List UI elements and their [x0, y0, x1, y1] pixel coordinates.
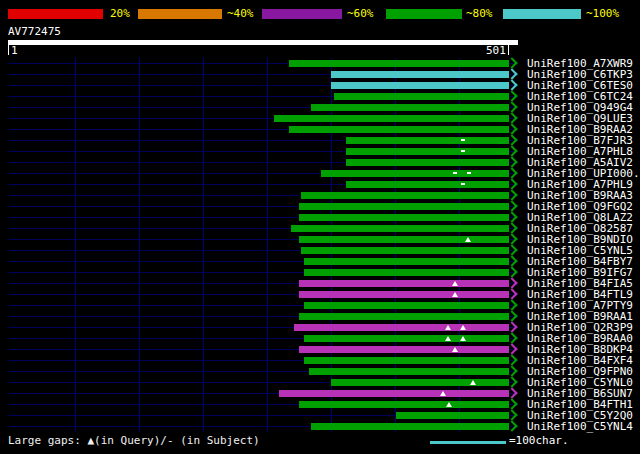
- hit-bar[interactable]: [304, 269, 509, 276]
- scale-segment-purple: [262, 9, 342, 19]
- query-gap-marker: [445, 325, 451, 330]
- tick-mark: [508, 45, 509, 55]
- query-gap-marker: [440, 391, 446, 396]
- hit-label[interactable]: UniRef100_C5YNL4: [527, 421, 633, 432]
- query-end-label: 501: [486, 45, 509, 57]
- query-gap-marker: [452, 292, 458, 297]
- query-gap-marker: [446, 402, 452, 407]
- hit-bar[interactable]: [301, 247, 509, 254]
- hit-bar[interactable]: [274, 115, 509, 122]
- hit-bar[interactable]: [304, 335, 509, 342]
- scale-segment-label: 20%: [110, 8, 130, 20]
- hit-bar[interactable]: [299, 346, 509, 353]
- query-gap-marker: [465, 237, 471, 242]
- alignment-row: UniRef100_C5YNL4: [0, 421, 640, 432]
- hit-bar[interactable]: [299, 401, 509, 408]
- hit-bar[interactable]: [289, 60, 509, 67]
- hit-bar[interactable]: [299, 203, 509, 210]
- identity-color-scale: 20%~40%~60%~80%~100%: [0, 6, 640, 23]
- query-gap-marker: [460, 336, 466, 341]
- scale-segment-label: ~80%: [466, 8, 493, 20]
- query-gap-marker: [470, 380, 476, 385]
- hit-bar[interactable]: [299, 313, 509, 320]
- hit-bar[interactable]: [294, 324, 509, 331]
- scale-length-line: [430, 441, 506, 444]
- hit-bar[interactable]: [396, 412, 509, 419]
- hit-bar[interactable]: [346, 137, 509, 144]
- hit-bar[interactable]: [291, 225, 509, 232]
- hit-bar[interactable]: [299, 291, 509, 298]
- scale-segment-green: [386, 9, 462, 19]
- subject-gap-marker: [461, 183, 465, 185]
- hit-bar[interactable]: [304, 258, 509, 265]
- alignment-plot: UniRef100_A7XWR9UniRef100_C6TKP3UniRef10…: [0, 58, 640, 432]
- subject-gap-marker: [461, 139, 465, 141]
- hit-bar[interactable]: [304, 302, 509, 309]
- hit-bar[interactable]: [289, 126, 509, 133]
- query-name: AV772475: [8, 26, 640, 38]
- hit-bar[interactable]: [334, 93, 509, 100]
- scale-segment-orange: [138, 9, 222, 19]
- subject-gap-marker: [461, 150, 465, 152]
- hit-bar[interactable]: [309, 368, 509, 375]
- query-gap-marker: [445, 336, 451, 341]
- hit-bar[interactable]: [311, 423, 509, 430]
- query-end-value: 501: [486, 44, 506, 57]
- hit-bar[interactable]: [279, 390, 509, 397]
- hit-bar[interactable]: [299, 280, 509, 287]
- hit-bar[interactable]: [299, 214, 509, 221]
- hit-bar[interactable]: [311, 104, 509, 111]
- scale-length-label: =100char.: [509, 435, 569, 447]
- hit-bar[interactable]: [321, 170, 509, 177]
- query-start-value: 1: [11, 44, 18, 57]
- subject-gap-marker: [453, 172, 457, 174]
- scale-segment-label: ~60%: [347, 8, 374, 20]
- scale-segment-label: ~40%: [227, 8, 254, 20]
- hit-bar[interactable]: [331, 379, 509, 386]
- tick-mark: [8, 45, 9, 55]
- scale-segment-label: ~100%: [586, 8, 619, 20]
- query-start-label: 1: [8, 45, 18, 57]
- query-gap-marker: [452, 347, 458, 352]
- scale-segment-cyan: [503, 9, 581, 19]
- hit-bar[interactable]: [331, 71, 509, 78]
- hit-bar[interactable]: [331, 82, 509, 89]
- scale-segment-red: [8, 9, 103, 19]
- query-gap-marker: [460, 325, 466, 330]
- hit-bar[interactable]: [299, 236, 509, 243]
- hit-bar[interactable]: [346, 159, 509, 166]
- hit-bar[interactable]: [346, 181, 509, 188]
- footer-legend: Large gaps: ▲(in Query)/- (in Subject) =…: [0, 432, 640, 450]
- hit-bar[interactable]: [301, 192, 509, 199]
- query-gap-marker: [452, 281, 458, 286]
- hit-bar[interactable]: [304, 357, 509, 364]
- hit-bar[interactable]: [346, 148, 509, 155]
- subject-gap-marker: [467, 172, 471, 174]
- alignment-overview: 20%~40%~60%~80%~100% AV772475 1 501 UniR…: [0, 6, 640, 454]
- large-gaps-note: Large gaps: ▲(in Query)/- (in Subject): [8, 435, 260, 447]
